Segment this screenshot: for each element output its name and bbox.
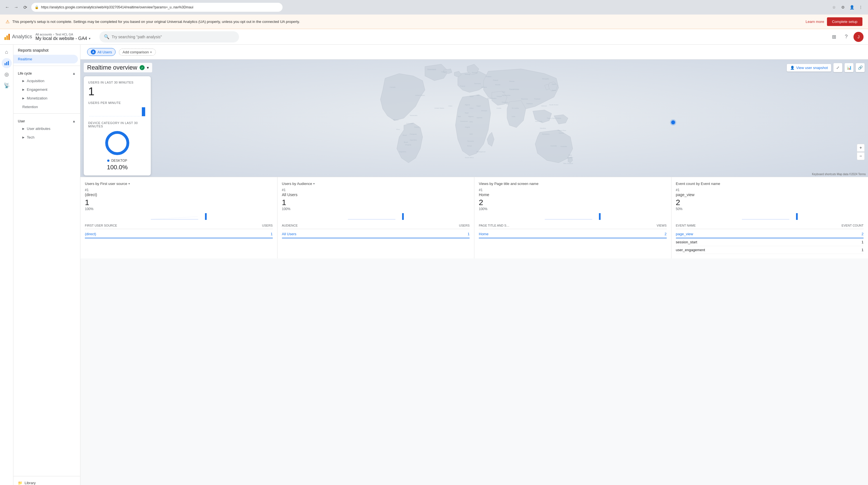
realtime-nav-item[interactable]: Realtime (13, 55, 78, 63)
sidebar-item-explore[interactable]: ◎ (2, 69, 12, 79)
library-label: Library (25, 481, 36, 485)
map-attribution: Keyboard shortcuts Map data ©2024 Terms (812, 173, 866, 176)
help-button[interactable]: ? (841, 32, 851, 42)
users-per-minute-label: USERS PER MINUTE (88, 101, 146, 105)
svg-text:DRC: DRC (470, 133, 473, 135)
svg-text:Guinea: Guinea (559, 132, 564, 134)
page-title-count: 2 (479, 198, 667, 207)
users-per-minute-chart (88, 106, 146, 117)
all-accounts-link[interactable]: All accounts (35, 33, 52, 36)
learn-more-link[interactable]: Learn more (805, 20, 824, 24)
extensions-icon[interactable]: ⚙ (839, 3, 847, 11)
user-avatar[interactable]: J (854, 32, 864, 42)
svg-text:Russia: Russia (495, 84, 501, 85)
audience-table-header: AUDIENCE USERS (282, 222, 470, 229)
header-right: ⊞ ? J (829, 32, 864, 42)
sidebar-item-home[interactable]: ⌂ (2, 47, 12, 57)
warning-icon: ⚠ (6, 19, 9, 24)
complete-setup-button[interactable]: Complete setup (827, 17, 862, 26)
svg-line-80 (151, 217, 198, 219)
address-bar[interactable]: 🔒 https://analytics.google.com/analytics… (31, 3, 283, 12)
svg-text:Spain: Spain (470, 95, 474, 97)
security-icon: 🔒 (35, 5, 39, 9)
event-count-percent: 50% (676, 207, 864, 211)
audience-dropdown-icon[interactable]: ▾ (313, 182, 315, 185)
profile-icon[interactable]: 👤 (848, 3, 856, 11)
expand-map-button[interactable]: ⤢ (833, 63, 842, 72)
back-button[interactable]: ← (3, 3, 11, 11)
svg-text:Arabia: Arabia (496, 107, 501, 109)
svg-text:Zealand: Zealand (567, 157, 573, 159)
svg-text:Libya: Libya (470, 107, 474, 109)
first-user-source-rank: #1 (85, 188, 273, 192)
all-users-chip[interactable]: A All Users (87, 48, 116, 56)
life-cycle-section[interactable]: Life cycle ▲ (13, 68, 80, 77)
user-section[interactable]: User ▲ (13, 116, 80, 124)
first-user-source-item: (direct) (85, 193, 273, 197)
page-title-title: Views by Page title and screen name (479, 181, 667, 186)
svg-text:Brazil: Brazil (404, 141, 408, 143)
acquisition-nav-item[interactable]: ▶ Acquisition (13, 77, 78, 85)
nav-sidebar: Reports snapshot Realtime Life cycle ▲ ▶… (13, 45, 81, 485)
all-users-chip-icon: A (91, 50, 96, 55)
sidebar-item-reports[interactable] (2, 58, 12, 68)
page-title-col1-header: PAGE TITLE AND S… (479, 224, 509, 227)
left-sidebar: ⌂ ◎ 📡 (0, 45, 13, 485)
svg-text:Thailand: Thailand (526, 103, 532, 105)
property-selector[interactable]: My local dx website - GA4 ▾ (35, 36, 90, 41)
tech-nav-item[interactable]: ▶ Tech (13, 133, 78, 142)
retention-label: Retention (22, 105, 38, 109)
retention-nav-item[interactable]: Retention (13, 103, 78, 111)
svg-text:Algeria: Algeria (465, 104, 470, 106)
svg-rect-2 (8, 61, 9, 65)
view-user-snapshot-button[interactable]: 👤 View user snapshot (787, 64, 831, 72)
first-user-source-percent: 100% (85, 207, 273, 211)
zoom-out-button[interactable]: − (857, 152, 865, 160)
first-user-source-col1-header: FIRST USER SOURCE (85, 224, 117, 227)
realtime-dropdown-icon[interactable]: ▾ (147, 65, 149, 70)
search-icon: 🔍 (104, 34, 110, 39)
svg-text:Russia: Russia (509, 81, 515, 82)
page-title-row-0: Home 2 (479, 230, 667, 238)
apps-grid-button[interactable]: ⊞ (829, 32, 839, 42)
user-attributes-nav-item[interactable]: ▶ User attributes (13, 124, 78, 133)
first-user-source-row-0-col1: (direct) (85, 232, 96, 236)
device-donut-container: DESKTOP 100.0% (88, 129, 146, 171)
tech-expand-icon: ▶ (22, 136, 25, 139)
library-nav-item[interactable]: 📁 Library (13, 479, 80, 485)
first-user-source-dropdown-icon[interactable]: ▾ (128, 182, 130, 185)
monetization-nav-item[interactable]: ▶ Monetization (13, 94, 78, 103)
bookmark-icon[interactable]: ☆ (830, 3, 838, 11)
zoom-in-button[interactable]: + (857, 144, 865, 152)
forward-button[interactable]: → (12, 3, 20, 11)
audience-title-text: Users by Audience (282, 181, 312, 186)
event-count-row-1-col2: 1 (862, 240, 864, 244)
search-input[interactable] (112, 35, 235, 39)
svg-text:Cameroon: Cameroon (460, 120, 468, 122)
first-user-source-title-text: Users by First user source (85, 181, 127, 186)
add-comparison-button[interactable]: Add comparison + (119, 49, 156, 56)
svg-rect-83 (402, 213, 404, 220)
svg-text:Mali: Mali (458, 116, 461, 117)
chart-type-button[interactable]: 📊 (844, 63, 854, 72)
svg-text:Canada: Canada (390, 86, 396, 88)
audience-percent: 100% (282, 207, 470, 211)
svg-rect-0 (4, 63, 5, 65)
search-bar[interactable]: 🔍 (99, 31, 239, 42)
event-count-row-2: user_engagement 1 (676, 246, 864, 254)
first-user-source-col2-header: USERS (262, 224, 273, 227)
reload-button[interactable]: ⟳ (21, 3, 29, 11)
world-map-svg: Kazakhstan Mongolia United States Brazil… (81, 59, 868, 177)
engagement-nav-item[interactable]: ▶ Engagement (13, 85, 78, 94)
event-count-number: 2 (676, 198, 864, 207)
reports-bar-chart-icon (4, 60, 9, 66)
page-title-row-0-col1: Home (479, 232, 489, 236)
svg-text:Botswana: Botswana (542, 133, 550, 135)
share-button[interactable]: 🔗 (856, 63, 865, 72)
more-options-icon[interactable]: ⋮ (857, 3, 865, 11)
svg-text:Brazil: Brazil (403, 134, 407, 136)
svg-rect-1 (6, 62, 7, 65)
reports-snapshot-label[interactable]: Reports snapshot (13, 45, 80, 55)
sidebar-item-advertising[interactable]: 📡 (2, 81, 12, 90)
svg-text:Finland: Finland (486, 76, 491, 77)
